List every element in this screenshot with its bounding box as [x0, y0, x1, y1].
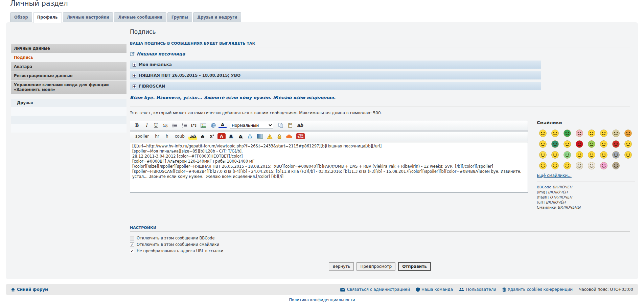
smiley-green-grin[interactable]: [549, 139, 561, 149]
strikethrough-button[interactable]: A: [199, 133, 207, 140]
предпросмотр-button[interactable]: Предпросмотр: [356, 262, 395, 271]
hidden-bbcode-button[interactable]: [275, 133, 283, 140]
smiley-crawling-cat[interactable]: [610, 160, 622, 171]
вернуть-button[interactable]: Вернуть: [329, 262, 354, 271]
bbcode-status: Смайлики ВКЛЮЧЕНЫ: [537, 205, 635, 210]
italic-button[interactable]: I: [142, 122, 151, 129]
expand-icon[interactable]: +: [133, 74, 136, 77]
smiley-rolleyes[interactable]: [549, 128, 561, 139]
bbcode-toolbar-row2: spoilerhrhcoubabAx²AAAYouTube: [130, 131, 528, 141]
opacity-button[interactable]: [246, 133, 254, 140]
bullet-list-button[interactable]: [171, 122, 179, 129]
smiley-pink-confused[interactable]: [573, 128, 585, 139]
highlight-button[interactable]: ab: [188, 133, 197, 140]
spoiler-bar[interactable]: +FIBROSCAN: [130, 82, 541, 90]
smiley-thumbdown[interactable]: [622, 128, 634, 139]
spoiler-bar[interactable]: +Моя пичалька: [130, 61, 541, 69]
spoiler-bar[interactable]: +НЯШНАЯ ПВТ 26.05.2015 - 18.08.2015; УВО: [130, 71, 541, 79]
glow-text-button[interactable]: A: [227, 133, 235, 140]
smiley-cheer-thumbs[interactable]: [622, 149, 634, 160]
smiley-green-wink[interactable]: [585, 139, 598, 149]
smiley-love-flowers[interactable]: [585, 128, 598, 139]
font-size-select[interactable]: Нормальный: [230, 122, 273, 129]
sidebar-item[interactable]: Аватара: [11, 62, 127, 71]
smiley-crying[interactable]: [549, 149, 561, 160]
smiley-girl-bows[interactable]: [549, 160, 561, 171]
smiley-duck-stare[interactable]: [561, 139, 573, 149]
smiley-smile[interactable]: [598, 128, 610, 139]
hr-button[interactable]: hr: [153, 133, 162, 140]
insert-image-button[interactable]: [199, 122, 208, 129]
smiley-biggrin[interactable]: [537, 128, 549, 139]
smiley-crazy-smoker[interactable]: [573, 149, 585, 160]
footer-link[interactable]: Пользователи: [459, 287, 496, 292]
paste-button[interactable]: [286, 122, 294, 129]
tab-Личные сообщения[interactable]: Личные сообщения: [114, 12, 166, 22]
privacy-policy-link[interactable]: Политика конфиденциальности: [6, 298, 638, 302]
wordwrap-button[interactable]: ab: [296, 122, 304, 129]
smiley-redhead[interactable]: [610, 139, 622, 149]
отправить-button[interactable]: Отправить: [398, 262, 431, 271]
sidebar-item-friends[interactable]: Друзья: [11, 99, 127, 107]
spoiler-button[interactable]: spoiler: [133, 133, 151, 140]
sidebar-item[interactable]: Личные данные: [11, 44, 127, 53]
youtube-button[interactable]: YouTube: [295, 133, 306, 140]
smiley-fairy[interactable]: [598, 160, 610, 171]
ordered-list-button[interactable]: [180, 122, 188, 129]
signature-textarea[interactable]: [i][url=http://www.hv-info.ru/gepatit-fo…: [130, 142, 528, 193]
smiley-blank-ball[interactable]: [537, 149, 549, 160]
bold-button[interactable]: B: [133, 122, 141, 129]
smiley-censored[interactable]: [561, 160, 573, 171]
checkbox[interactable]: [130, 236, 134, 240]
smiley-shy-troll[interactable]: [573, 160, 585, 171]
footer-link[interactable]: Удалить cookies конференции: [502, 287, 573, 292]
more-smilies-link[interactable]: Ещё смайлики...: [537, 173, 572, 178]
soundcloud-button[interactable]: [285, 133, 294, 140]
signature-preview-link[interactable]: Няшная песочница: [137, 51, 185, 56]
smiley-green-bye[interactable]: [561, 149, 573, 160]
tab-Группы[interactable]: Группы: [167, 12, 192, 22]
warning-bbcode-button[interactable]: [266, 133, 274, 140]
smiley-smile2[interactable]: [622, 139, 634, 149]
home-link[interactable]: Синий форум: [11, 287, 48, 292]
sidebar-item[interactable]: Управление ключами входа для функции «За…: [11, 80, 127, 94]
gradient-button[interactable]: [255, 133, 264, 140]
smiley-kiss-lips[interactable]: [573, 139, 585, 149]
smiley-fuck-yea[interactable]: [585, 160, 598, 171]
list-item-button[interactable]: [*]: [190, 122, 198, 129]
smiley-exam-cheat[interactable]: [537, 160, 549, 171]
footer-link[interactable]: Связаться с администрацией: [340, 287, 410, 292]
settings-checkbox-row[interactable]: ✓Не преобразовывать адреса URL в ссылки: [130, 249, 630, 253]
bbcode-faq-link[interactable]: BBCode: [537, 185, 551, 189]
tab-Друзья и недруги[interactable]: Друзья и недруги: [193, 12, 241, 22]
insert-url-button[interactable]: [209, 122, 217, 129]
tab-Обзор[interactable]: Обзор: [10, 12, 32, 22]
font-style-red-button[interactable]: A: [217, 133, 226, 139]
sidebar-item[interactable]: Подпись: [11, 53, 127, 62]
quote-button[interactable]: [161, 122, 169, 129]
superscript-button[interactable]: x²: [208, 133, 216, 140]
settings-checkbox-row[interactable]: Отключить в этом сообщении BBCode: [130, 236, 630, 240]
sidebar-item[interactable]: Регистрационные данные: [11, 71, 127, 80]
coub-button[interactable]: coub: [172, 133, 187, 140]
font-color-button[interactable]: A: [218, 122, 227, 128]
expand-icon[interactable]: +: [133, 85, 136, 88]
copy-button[interactable]: [277, 122, 285, 129]
smiley-green-hat[interactable]: [561, 128, 573, 139]
tab-Личные настройки[interactable]: Личные настройки: [63, 12, 113, 22]
smiley-blush[interactable]: [585, 149, 598, 160]
h-button[interactable]: h: [163, 133, 171, 140]
smiley-shrug[interactable]: [598, 139, 610, 149]
tab-Профиль[interactable]: Профиль: [33, 12, 62, 23]
checkbox[interactable]: ✓: [130, 242, 134, 247]
shadow-text-button[interactable]: A: [236, 133, 245, 140]
smiley-thumbsup[interactable]: [537, 139, 549, 149]
footer-link[interactable]: Наша команда: [416, 287, 453, 292]
smiley-trollface[interactable]: [610, 128, 622, 139]
smiley-grandma[interactable]: [610, 149, 622, 160]
checkbox[interactable]: ✓: [130, 249, 134, 253]
settings-checkbox-row[interactable]: ✓Отключить в этом сообщении смайлики: [130, 242, 630, 247]
underline-button[interactable]: U: [152, 122, 160, 129]
smiley-thumbdown-cool[interactable]: [598, 149, 610, 160]
expand-icon[interactable]: +: [133, 63, 136, 67]
